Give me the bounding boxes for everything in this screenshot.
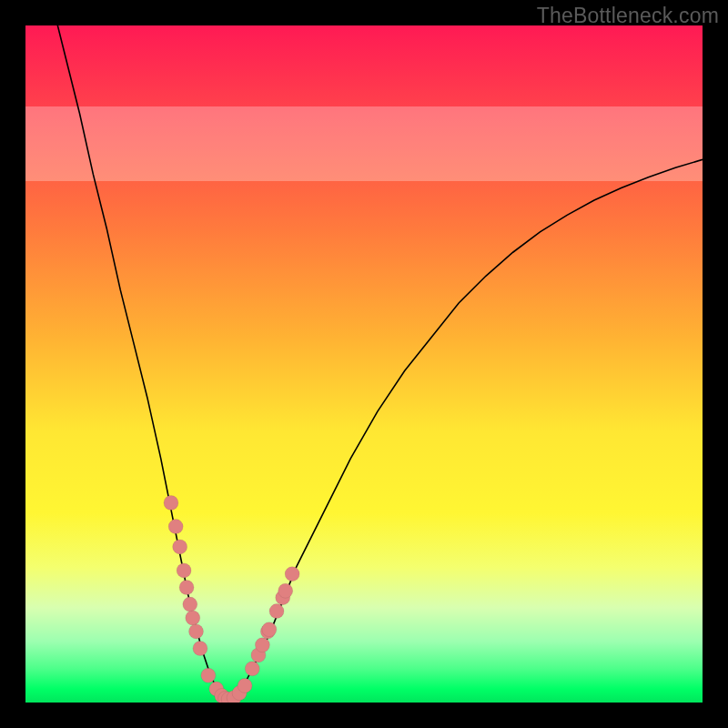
chart-curve-right-branch — [228, 159, 703, 699]
chart-dot — [278, 583, 293, 598]
chart-svg-layer — [25, 25, 703, 703]
chart-dot — [179, 581, 194, 595]
chart-dot — [164, 496, 178, 511]
chart-dot — [255, 638, 269, 652]
chart-dot — [245, 662, 259, 676]
watermark-text: TheBottleneck.com — [537, 4, 719, 28]
chart-dot — [168, 520, 183, 534]
chart-dot — [269, 604, 284, 619]
chart-dot — [193, 641, 207, 655]
chart-frame: TheBottleneck.com — [0, 0, 728, 728]
chart-dot — [183, 597, 197, 612]
chart-dot — [201, 668, 216, 682]
chart-plot-area — [25, 25, 703, 703]
chart-dot — [173, 540, 187, 554]
chart-dot — [238, 678, 252, 693]
chart-dot — [285, 567, 299, 581]
chart-dot — [262, 622, 277, 637]
chart-dot — [186, 611, 200, 625]
chart-dot — [177, 563, 191, 578]
chart-dot — [188, 624, 203, 639]
chart-curve-left-branch — [53, 25, 228, 699]
